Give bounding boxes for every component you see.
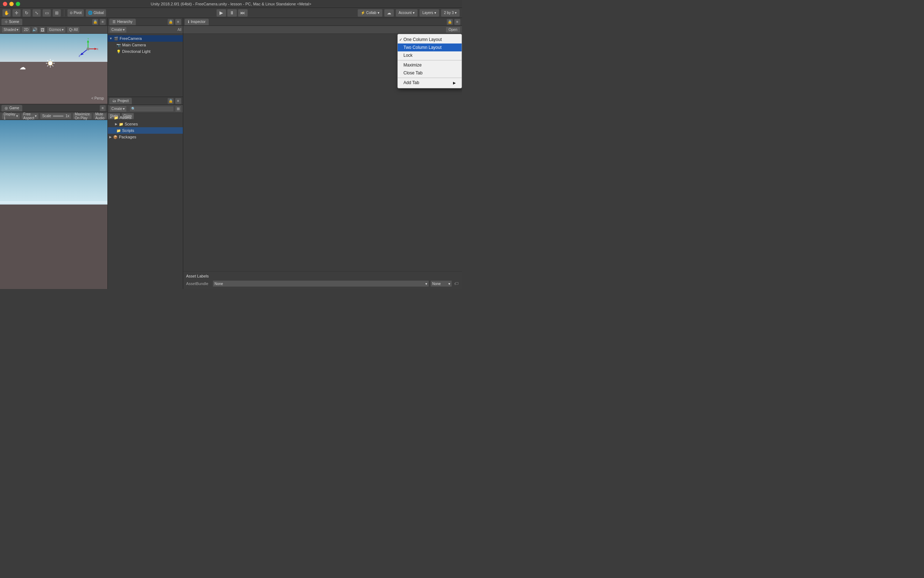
- inspector-lock-icon[interactable]: 🔒: [447, 19, 453, 25]
- layers-button[interactable]: Layers ▾: [419, 9, 439, 17]
- project-item-packages[interactable]: ▶ 📦 Packages: [108, 134, 183, 140]
- cloud-button[interactable]: ☁: [384, 9, 394, 17]
- maximize-button[interactable]: [16, 2, 20, 6]
- svg-text:Z: Z: [79, 55, 81, 57]
- project-tab[interactable]: 🗂 Project: [109, 98, 132, 104]
- rect-tool-button[interactable]: ▭: [42, 9, 51, 17]
- project-item-scripts[interactable]: 📁 Scripts: [108, 127, 183, 134]
- hierarchy-lock-icon[interactable]: 🔒: [167, 19, 174, 25]
- project-tab-bar: 🗂 Project 🔒 ≡: [108, 97, 183, 105]
- aspect-dropdown[interactable]: Free Aspect ▾: [21, 113, 39, 119]
- all-dropdown[interactable]: Q‹ All: [67, 27, 80, 33]
- scripts-icon: 📁: [117, 129, 121, 133]
- asset-bundle-dropdown[interactable]: None ▾: [213, 280, 429, 287]
- pause-button[interactable]: ⏸: [227, 9, 237, 17]
- middle-panel: ☰ Hierarchy 🔒 ≡ Create ▾ All ▼: [108, 18, 183, 289]
- scale-tool-button[interactable]: ⤡: [32, 9, 41, 17]
- game-menu-icon[interactable]: ≡: [100, 105, 106, 111]
- title-bar: Unity 2018.2.6f1 (64bit) - FreeCamera.un…: [0, 0, 462, 8]
- scene-viewport[interactable]: ☁ X: [0, 34, 107, 104]
- minimize-button[interactable]: [9, 2, 14, 6]
- cloud-shape: ☁: [19, 63, 26, 71]
- hierarchy-create-button[interactable]: Create ▾: [109, 27, 127, 33]
- game-viewport[interactable]: [0, 120, 107, 289]
- dropdown-two-column-layout[interactable]: Two Column Layout: [398, 44, 462, 51]
- scene-viewport-container[interactable]: ☁ X: [0, 34, 107, 104]
- play-button[interactable]: ▶: [216, 9, 227, 17]
- dropdown-one-column-layout[interactable]: One Column Layout: [398, 36, 462, 44]
- scene-audio-icon[interactable]: 🔊: [32, 27, 38, 33]
- pivot-button[interactable]: ⊙ Pivot: [67, 9, 84, 17]
- scale-control[interactable]: Scale 1x: [40, 113, 71, 119]
- project-icon: 🗂: [112, 99, 116, 103]
- svg-line-6: [52, 65, 53, 67]
- game-panel: ◎ Game ≡ Display 1 ▾ Free Aspect ▾ Scale: [0, 104, 107, 289]
- hierarchy-icon: ☰: [112, 20, 116, 24]
- game-tab-bar: ◎ Game ≡: [0, 104, 107, 112]
- scene-menu-icon[interactable]: ≡: [100, 19, 106, 25]
- inspector-dropdown-menu: One Column Layout Two Column Layout Lock…: [397, 34, 462, 88]
- scene-effects-icon[interactable]: 🖼: [39, 27, 45, 33]
- inspector-tab[interactable]: ℹ Inspector: [184, 19, 209, 25]
- global-icon: 🌐: [88, 11, 92, 15]
- hierarchy-item-maincamera[interactable]: 📷 Main Camera: [108, 42, 183, 48]
- inspector-menu-icon[interactable]: ≡: [454, 19, 461, 25]
- main-content: ⊹ Scene 🔒 ≡ Shaded ▾ 2D 🔊 🖼: [0, 18, 462, 289]
- scale-slider[interactable]: [53, 115, 63, 117]
- dropdown-lock[interactable]: Lock: [398, 51, 462, 59]
- step-button[interactable]: ⏭: [238, 9, 248, 17]
- dropdown-add-tab[interactable]: Add Tab ▶: [398, 79, 462, 87]
- directionallight-label: Directional Light: [122, 49, 150, 54]
- rotate-tool-button[interactable]: ↻: [22, 9, 31, 17]
- mute-audio-button[interactable]: Mute Audio: [93, 113, 107, 119]
- sun-gizmo: [45, 58, 55, 68]
- freecamera-arrow: ▼: [109, 37, 112, 40]
- hierarchy-content: ▼ 🎬 FreeCamera 📷 Main Camera 💡 Direction…: [108, 34, 183, 97]
- project-item-assets[interactable]: ▼ 📁 Assets: [108, 114, 183, 121]
- project-expand-icon[interactable]: ⊞: [175, 106, 181, 112]
- hierarchy-tab[interactable]: ☰ Hierarchy: [109, 19, 136, 25]
- project-menu-icon[interactable]: ≡: [175, 98, 181, 104]
- project-item-scenes[interactable]: ▶ 📁 Scenes: [108, 121, 183, 127]
- asset-tag-dropdown[interactable]: None ▾: [430, 280, 452, 287]
- hierarchy-tab-bar: ☰ Hierarchy 🔒 ≡: [108, 18, 183, 26]
- svg-line-5: [47, 60, 48, 62]
- collab-button[interactable]: ⚡ Collab ▾: [358, 9, 382, 17]
- scene-tab-icon: ⊹: [5, 20, 8, 24]
- game-tab[interactable]: ◎ Game: [2, 105, 22, 111]
- display-dropdown[interactable]: Display 1 ▾: [2, 113, 20, 119]
- close-button[interactable]: [3, 2, 7, 6]
- dropdown-maximize[interactable]: Maximize: [398, 61, 462, 69]
- asset-bundle-row: AssetBundle None ▾ None ▾ 🏷: [186, 280, 459, 287]
- pivot-icon: ⊙: [70, 11, 73, 15]
- freecamera-label: FreeCamera: [120, 36, 142, 41]
- hierarchy-item-directionallight[interactable]: 💡 Directional Light: [108, 48, 183, 55]
- project-search-bar[interactable]: 🔍: [129, 106, 174, 112]
- project-create-button[interactable]: Create ▾: [109, 106, 127, 112]
- transform-gizmo: X Y Z: [77, 38, 99, 60]
- dropdown-separator-2: [398, 78, 462, 78]
- project-lock-icon[interactable]: 🔒: [167, 98, 174, 104]
- global-button[interactable]: 🌐 Global: [86, 9, 106, 17]
- assets-icon: 📁: [114, 116, 118, 120]
- maximize-on-play-button[interactable]: Maximize On Play: [73, 113, 92, 119]
- hierarchy-item-freecamera[interactable]: ▼ 🎬 FreeCamera: [108, 35, 183, 42]
- scene-tab[interactable]: ⊹ Scene: [2, 19, 22, 25]
- move-tool-button[interactable]: ✛: [12, 9, 21, 17]
- window-controls: [3, 2, 20, 6]
- open-button[interactable]: Open: [445, 27, 461, 33]
- transform-tool-button[interactable]: ⊞: [52, 9, 61, 17]
- scene-lock-icon[interactable]: 🔒: [92, 19, 99, 25]
- gizmos-dropdown[interactable]: Gizmos ▾: [47, 27, 66, 33]
- shading-dropdown[interactable]: Shaded ▾: [2, 27, 21, 33]
- maincamera-icon: 📷: [117, 43, 121, 47]
- project-toolbar: Create ▾ 🔍 ⊞: [108, 105, 183, 113]
- svg-text:Y: Y: [87, 38, 89, 40]
- hierarchy-menu-icon[interactable]: ≡: [175, 19, 181, 25]
- hand-tool-button[interactable]: ✋: [2, 9, 11, 17]
- 2d-toggle[interactable]: 2D: [21, 27, 31, 33]
- dropdown-close-tab[interactable]: Close Tab: [398, 69, 462, 77]
- account-button[interactable]: Account ▾: [396, 9, 418, 17]
- layout-selector[interactable]: 2 by 3 ▾: [441, 9, 460, 17]
- game-toolbar: Display 1 ▾ Free Aspect ▾ Scale 1x Maxim…: [0, 112, 107, 120]
